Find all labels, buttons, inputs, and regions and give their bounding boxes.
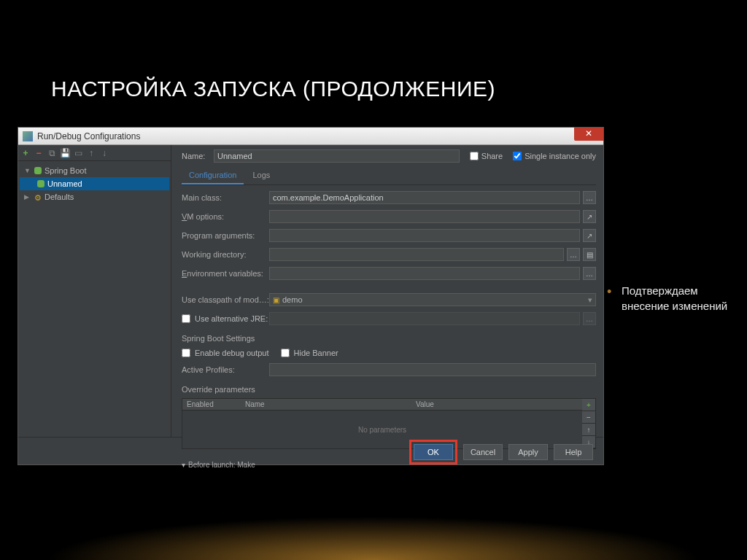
tree-node-label: Defaults — [44, 192, 74, 201]
ok-button-highlight: OK — [409, 440, 457, 464]
help-button[interactable]: Help — [554, 444, 593, 460]
classpath-label: Use classpath of mod…: — [182, 295, 269, 304]
tab-logs[interactable]: Logs — [245, 168, 277, 184]
app-icon — [23, 131, 33, 141]
override-params-table: Enabled Name Value No parameters + − ↑ ↓ — [182, 398, 596, 449]
decorative-glow — [45, 516, 702, 560]
move-up-icon[interactable]: ↑ — [87, 149, 96, 158]
cancel-button[interactable]: Cancel — [463, 444, 503, 460]
apply-button[interactable]: Apply — [508, 444, 548, 460]
browse-working-dir-button[interactable]: … — [567, 248, 580, 261]
program-args-input[interactable] — [269, 229, 580, 242]
alt-jre-input — [269, 312, 580, 325]
move-down-icon[interactable]: ↓ — [100, 149, 109, 158]
share-checkbox[interactable]: Share — [470, 152, 503, 160]
folder-config-icon[interactable]: ▭ — [74, 149, 82, 158]
browse-jre-button: … — [583, 312, 596, 325]
tree-node-label: Spring Boot — [44, 166, 86, 175]
program-args-label: Program arguments: — [182, 231, 269, 240]
working-dir-label: Working directory: — [182, 250, 269, 259]
sidebar-toolbar: + − ⧉ 💾 ▭ ↑ ↓ — [18, 145, 171, 161]
classpath-module-select[interactable]: ▣ demo ▾ — [269, 293, 596, 306]
alt-jre-checkbox[interactable]: Use alternative JRE: — [182, 314, 269, 323]
bullet-dot-icon: • — [607, 283, 611, 301]
name-input[interactable] — [214, 149, 460, 163]
override-params-label: Override parameters — [182, 385, 596, 394]
vm-options-input[interactable] — [269, 210, 580, 223]
col-name: Name — [241, 399, 411, 410]
main-class-input[interactable] — [269, 191, 580, 204]
tree-node-unnamed[interactable]: Unnamed — [20, 177, 169, 190]
spring-settings-label: Spring Boot Settings — [182, 334, 596, 343]
config-panel: Name: Share Single instance only Configu… — [171, 145, 603, 437]
expand-vm-options-button[interactable]: ↗ — [583, 210, 596, 223]
save-config-icon[interactable]: 💾 — [61, 149, 69, 158]
active-profiles-label: Active Profiles: — [182, 365, 269, 374]
add-config-icon[interactable]: + — [21, 149, 30, 158]
folder-icon: ▣ — [273, 296, 279, 304]
expand-program-args-button[interactable]: ↗ — [583, 229, 596, 242]
working-dir-input[interactable] — [269, 248, 564, 261]
active-profiles-input[interactable] — [269, 363, 596, 376]
add-param-icon[interactable]: + — [582, 399, 595, 411]
config-sidebar: + − ⧉ 💾 ▭ ↑ ↓ ▼ Spring Boot Unnamed — [18, 145, 171, 437]
table-empty-text: No parameters — [182, 411, 582, 448]
config-tree[interactable]: ▼ Spring Boot Unnamed ▶ ⚙ Defaults — [18, 161, 171, 437]
tree-node-label: Unnamed — [47, 179, 82, 188]
close-button[interactable]: ✕ — [574, 128, 603, 141]
enable-debug-checkbox[interactable]: Enable debug output — [182, 349, 269, 357]
edit-env-vars-button[interactable]: … — [583, 267, 596, 280]
slide-bullet: • Подтверждаем внесение изменений — [622, 283, 738, 314]
browse-main-class-button[interactable]: … — [583, 191, 596, 204]
remove-config-icon[interactable]: − — [34, 149, 43, 158]
name-label: Name: — [182, 152, 208, 160]
remove-param-icon[interactable]: − — [582, 411, 595, 424]
col-value: Value — [411, 399, 582, 410]
copy-config-icon[interactable]: ⧉ — [47, 149, 56, 158]
tree-node-spring-boot[interactable]: ▼ Spring Boot — [20, 164, 169, 177]
before-launch-section[interactable]: ▾ Before launch: Make — [182, 461, 596, 469]
window-title: Run/Debug Configurations — [37, 131, 140, 141]
tab-configuration[interactable]: Configuration — [182, 168, 244, 184]
chevron-down-icon: ▾ — [182, 461, 185, 469]
tree-node-defaults[interactable]: ▶ ⚙ Defaults — [20, 190, 169, 203]
hide-banner-checkbox[interactable]: Hide Banner — [281, 349, 338, 357]
ok-button[interactable]: OK — [414, 444, 453, 460]
col-enabled: Enabled — [182, 399, 241, 410]
param-up-icon[interactable]: ↑ — [582, 424, 595, 436]
run-debug-config-dialog: Run/Debug Configurations ✕ + − ⧉ 💾 ▭ ↑ ↓… — [18, 127, 604, 465]
expand-arrow-icon[interactable]: ▶ — [24, 193, 31, 201]
single-instance-checkbox[interactable]: Single instance only — [513, 152, 596, 160]
list-working-dir-button[interactable]: ▤ — [583, 248, 596, 261]
slide-title: НАСТРОЙКА ЗАПУСКА (ПРОДОЛЖЕНИЕ) — [51, 77, 495, 101]
expand-arrow-icon[interactable]: ▼ — [24, 167, 31, 174]
spring-boot-icon — [37, 180, 44, 187]
titlebar[interactable]: Run/Debug Configurations ✕ — [18, 128, 603, 145]
spring-boot-icon — [34, 167, 42, 174]
vm-options-label: VM options: — [182, 212, 269, 221]
env-vars-input[interactable] — [269, 267, 580, 280]
bullet-text: Подтверждаем внесение изменений — [622, 284, 727, 312]
gear-icon: ⚙ — [34, 193, 42, 201]
config-tabs: Configuration Logs — [182, 168, 596, 185]
chevron-down-icon: ▾ — [588, 295, 592, 305]
env-vars-label: Environment variables: — [182, 269, 269, 278]
main-class-label: Main class: — [182, 193, 269, 202]
